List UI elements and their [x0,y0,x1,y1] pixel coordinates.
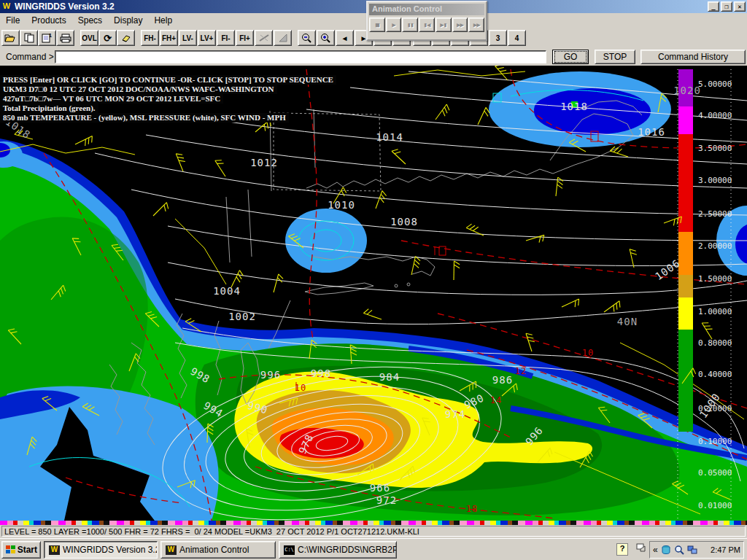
fh-plus-button[interactable]: FH+ [160,30,178,46]
properties-icon: 1 [42,33,53,43]
svg-text:972: 972 [376,494,397,506]
animation-task-icon: W [166,545,177,555]
weather-map[interactable]: 5.000004.000003.500003.000002.500002.000… [0,66,747,521]
help-tooltip-icon[interactable]: ? [616,543,628,556]
anim-fast-forward-button[interactable]: ▶▶ [452,18,468,32]
legend-line-2: UKM3 D7□0 12 UTC 27 OCT 2012 DOC/NOAA/NW… [0,85,277,94]
status-text: LEVEL = 850 LAYER =1000/ 500 FHR = 72 FH… [1,526,746,537]
svg-text:1020: 1020 [673,85,701,96]
task-label: WINGRIDDS Version 3.2 [63,545,158,555]
taskbar-clock[interactable]: 2:47 PM [711,545,740,554]
fi-plus-button[interactable]: FI+ [236,30,254,46]
svg-text:2.50000: 2.50000 [698,209,732,219]
task-console[interactable]: C:\ C:\WINGRIDDS\NGRB2P... [279,541,397,559]
svg-text:3.50000: 3.50000 [698,144,732,153]
svg-text:1014: 1014 [376,131,403,143]
svg-text:984: 984 [379,371,400,383]
refresh-button[interactable]: ⟳ [98,30,117,46]
overlay-button[interactable]: OVL [80,30,98,46]
copy-button[interactable] [20,30,38,46]
svg-text:1: 1 [49,33,52,38]
legend-line-1: PRESS [Enter] OR CLICK [GO] TO CONTINUE … [0,75,336,85]
lv-plus-button[interactable]: LV+ [198,30,216,46]
svg-text:0.10000: 0.10000 [698,437,732,446]
map-canvas: 5.000004.000003.500003.000002.500002.000… [0,66,747,521]
anim-play-button[interactable]: ▶ [386,18,402,32]
task-wingridds[interactable]: W WINGRIDDS Version 3.2 [44,541,158,559]
svg-text:0.40000: 0.40000 [698,370,732,379]
console-task-icon: C:\ [284,545,295,555]
svg-text:1018: 1018 [560,101,588,112]
svg-text:998: 998 [311,368,331,379]
svg-text:1016: 1016 [638,126,665,138]
tray-database-icon[interactable] [661,545,671,555]
svg-text:18: 18 [466,504,478,514]
tray-chevron-icon[interactable]: « [653,545,658,555]
svg-text:4.00000: 4.00000 [698,111,732,120]
fi-minus-button[interactable]: FI- [217,30,235,46]
stop-button[interactable]: STOP [595,50,635,64]
eraser-button[interactable] [117,30,135,46]
anim-next-frame-button[interactable]: ▶▮ [436,18,452,32]
wingridds-task-icon: W [49,545,60,555]
open-folder-button[interactable] [1,30,20,46]
pane-4-button[interactable]: 4 [508,30,526,46]
menu-display[interactable]: Display [108,14,148,27]
legend-line-3: 427uT□7b□7w— VT 06 UTC MON 29 OCT 2012 L… [0,94,223,104]
anim-first-frame-button[interactable]: ▮◀ [419,18,435,32]
svg-text:1012: 1012 [250,157,278,168]
disabled-tool-button [255,30,273,46]
anim-pause-button[interactable]: ▮▮ [402,18,418,32]
app-icon: W [1,2,12,11]
show-desktop-icon[interactable] [636,542,646,553]
task-label: C:\WINGRIDDS\NGRB2P... [298,545,397,555]
svg-text:1002: 1002 [228,311,256,322]
svg-text:2.00000: 2.00000 [698,241,732,251]
map-legend-text: PRESS [Enter] OR CLICK [GO] TO CONTINUE … [0,75,336,122]
svg-text:1.50000: 1.50000 [698,274,732,284]
go-button[interactable]: GO [552,50,589,64]
zoom-out-button[interactable] [298,30,316,46]
menu-file[interactable]: File [0,14,26,27]
lv-minus-button[interactable]: LV- [179,30,197,46]
fh-minus-button[interactable]: FH- [141,30,159,46]
anim-stop-button[interactable]: ■ [369,18,385,32]
svg-text:10: 10 [295,383,306,393]
disabled-slope-button [274,30,292,46]
zoom-out-icon [301,33,312,43]
menu-products[interactable]: Products [26,14,71,27]
eraser-icon [120,34,131,42]
start-button[interactable]: Start [1,541,41,559]
minimize-button[interactable]: _ [708,1,719,12]
task-animation-control[interactable]: W Animation Control [160,541,276,559]
properties-button[interactable]: 1 [38,30,56,46]
anim-last-frame-button[interactable]: ▶▶ [468,18,484,32]
tray-magnifier-icon[interactable] [674,545,684,555]
svg-text:1.00000: 1.00000 [698,307,732,316]
start-label: Start [18,545,37,555]
animation-control-title[interactable]: Animation Control [369,4,484,15]
svg-text:40N: 40N [617,316,638,327]
svg-text:10: 10 [582,348,594,358]
svg-text:966: 966 [370,482,390,494]
command-input[interactable] [55,50,546,63]
copy-icon [24,33,34,43]
animation-control-window[interactable]: Animation Control ■ ▶ ▮▮ ▮◀ ▶▮ ▶▶ ▶▶ [366,1,487,41]
svg-text:996: 996 [260,369,281,381]
window-title: WINGRIDDS Version 3.2 [15,1,115,12]
print-button[interactable] [56,30,74,46]
zoom-in-button[interactable] [317,30,335,46]
close-button[interactable]: ✕ [734,1,746,12]
svg-text:974: 974 [445,408,465,420]
legend-line-4: Total Precipitation (green). [0,104,98,113]
menu-help[interactable]: Help [148,14,178,27]
menu-specs[interactable]: Specs [72,14,108,27]
svg-text:0.05000: 0.05000 [698,468,732,478]
wingridds-window: W WINGRIDDS Version 3.2 _ ❐ ✕ File Produ… [0,0,747,560]
pan-left-button[interactable]: ◄ [336,30,354,46]
pane-3-button[interactable]: 3 [489,30,507,46]
tray-network-icon[interactable] [687,545,697,555]
command-history-button[interactable]: Command History [640,50,746,64]
restore-button[interactable]: ❐ [721,1,732,12]
zoom-in-icon [320,33,331,43]
